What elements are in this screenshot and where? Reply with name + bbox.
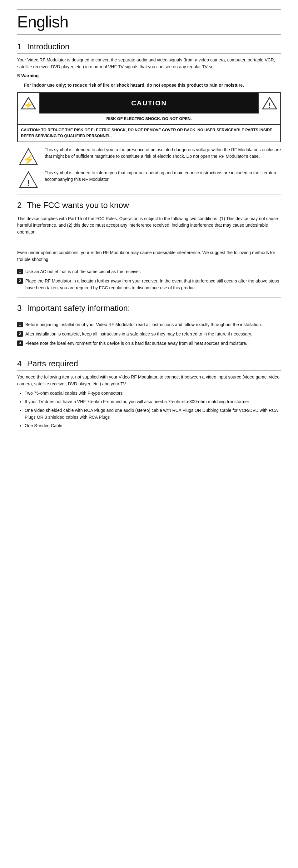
- svg-text:⚡: ⚡: [24, 100, 33, 110]
- spacer-safety: [17, 318, 281, 321]
- fcc-paragraph-2: Even under optimum conditions, your Vide…: [17, 249, 281, 263]
- fcc-item-1: 1 Use an AC outlet that is not the same …: [17, 269, 281, 275]
- section-heading-safety: 3 Important safety information:: [17, 303, 281, 315]
- section-heading-parts: 4 Parts required: [17, 359, 281, 371]
- section-introduction: 1 Introduction Your Video RF Modulator i…: [17, 42, 281, 188]
- spacer-fcc-3: [17, 265, 281, 269]
- svg-text:!: !: [268, 101, 271, 110]
- warning-text: For indoor use only; to reduce risk of f…: [24, 82, 281, 89]
- parts-item-1: Two 75-ohm coaxial cables with F-type co…: [25, 390, 281, 397]
- warning-label: B Warning: [17, 73, 281, 80]
- safety-badge-3: 3: [17, 340, 23, 346]
- caution-left-symbol: ⚡: [18, 93, 40, 114]
- exclamation-symbol-img: !: [17, 169, 40, 188]
- symbol-text-lightning: This symbol is intended to alert you to …: [45, 147, 281, 160]
- safety-item-1-text: Before beginning installation of your Vi…: [25, 321, 281, 328]
- parts-item-3: One video shielded cable with RCA Plugs …: [25, 407, 281, 421]
- symbol-row-exclamation: ! This symbol is intended to inform you …: [17, 169, 281, 188]
- exclamation-triangle-icon: !: [262, 96, 277, 111]
- divider-3: [17, 353, 281, 353]
- section-heading-introduction: 1 Introduction: [17, 42, 281, 54]
- safety-item-2: 2 After installation is complete, keep a…: [17, 331, 281, 338]
- caution-box: ⚡ CAUTION ! RISK OF ELECTRIC SHOCK. DO N…: [17, 92, 281, 142]
- lightning-symbol-img: ⚡: [17, 147, 40, 165]
- page-title: English: [17, 9, 281, 35]
- fcc-item-2-text: Place the RF Modulator in a location fur…: [25, 278, 281, 291]
- safety-badge-1: 1: [17, 322, 23, 328]
- svg-text:⚡: ⚡: [23, 154, 35, 165]
- spacer-fcc-2: [17, 244, 281, 249]
- parts-paragraph: You need the following items, not suppli…: [17, 374, 281, 387]
- caution-middle-text: RISK OF ELECTRIC SHOCK. DO NOT OPEN.: [18, 114, 280, 124]
- svg-text:!: !: [27, 178, 30, 188]
- exclamation-large-icon: !: [19, 171, 38, 188]
- parts-bullet-list: Two 75-ohm coaxial cables with F-type co…: [23, 390, 281, 429]
- fcc-item-2: 2 Place the RF Modulator in a location f…: [17, 278, 281, 291]
- caution-sub-text: CAUTION: TO REDUCE THE RISK OF ELECTRIC …: [18, 124, 280, 142]
- parts-item-2: If your TV does not have a VHF 75-ohm F-…: [25, 399, 281, 405]
- divider-2: [17, 298, 281, 298]
- caution-right-symbol: !: [258, 93, 280, 114]
- spacer-fcc-1: [17, 238, 281, 244]
- fcc-item-1-text: Use an AC outlet that is not the same ci…: [25, 269, 281, 275]
- intro-paragraph: Your Video RF Modulator is designed to c…: [17, 57, 281, 70]
- caution-title-banner: CAUTION: [40, 93, 258, 114]
- caution-header-row: ⚡ CAUTION !: [18, 93, 280, 114]
- caution-title-text: CAUTION: [131, 99, 167, 107]
- symbol-row-lightning: ⚡ This symbol is intended to alert you t…: [17, 147, 281, 165]
- parts-item-4: One S-Video Cable: [25, 423, 281, 429]
- section-fcc: 2 The FCC wants you to know This device …: [17, 200, 281, 291]
- fcc-badge-2: 2: [17, 278, 23, 284]
- section-heading-fcc: 2 The FCC wants you to know: [17, 200, 281, 212]
- lightning-large-icon: ⚡: [19, 148, 38, 165]
- section-parts: 4 Parts required You need the following …: [17, 359, 281, 429]
- safety-item-2-text: After installation is complete, keep all…: [25, 331, 281, 338]
- safety-item-3-text: Please note the ideal environment for th…: [25, 340, 281, 347]
- fcc-paragraph-1: This device complies with Part 15 of the…: [17, 215, 281, 236]
- divider-1: [17, 194, 281, 195]
- symbol-text-exclamation: This symbol is intended to inform you th…: [45, 169, 281, 183]
- safety-item-3: 3 Please note the ideal environment for …: [17, 340, 281, 347]
- lightning-triangle-icon: ⚡: [21, 96, 36, 111]
- safety-item-1: 1 Before beginning installation of your …: [17, 321, 281, 328]
- safety-badge-2: 2: [17, 331, 23, 337]
- section-safety: 3 Important safety information: 1 Before…: [17, 303, 281, 347]
- fcc-badge-1: 1: [17, 269, 23, 274]
